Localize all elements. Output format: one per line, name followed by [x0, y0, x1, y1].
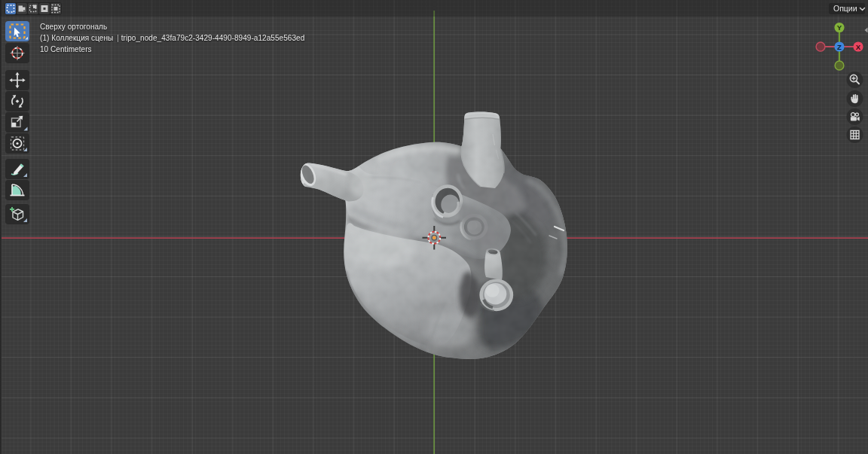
- svg-text:Z: Z: [837, 43, 842, 51]
- svg-text:X: X: [856, 43, 861, 51]
- svg-text:Y: Y: [837, 23, 842, 32]
